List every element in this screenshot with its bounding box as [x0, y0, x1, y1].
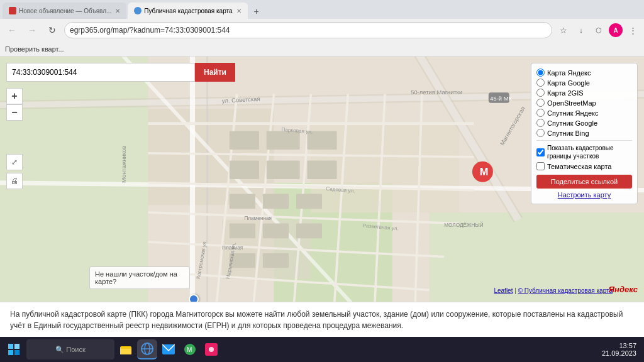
bottom-info: На публичной кадастровой карте (ПКК) гор… — [0, 302, 644, 337]
map-search-button[interactable]: Найти — [195, 63, 235, 82]
layer-google-sat[interactable]: Спутник Google — [536, 119, 632, 127]
windows-logo-icon — [8, 343, 20, 356]
tab-2[interactable]: Публичная кадастровая карта ✕ — [128, 3, 247, 19]
browser-icon — [140, 342, 154, 356]
layer-bing-sat[interactable]: Спутник Bing — [536, 129, 632, 137]
show-cadastral-option[interactable]: Показать кадастровые границы участков — [536, 144, 632, 160]
layer-osm-map[interactable]: OpenStreetMap — [536, 99, 632, 107]
zoom-controls: + − — [6, 88, 23, 121]
map-tooltip: Не нашли участок/дом на карте? — [89, 266, 190, 289]
svg-rect-39 — [263, 253, 289, 268]
leaflet-attribution: Leaflet | © Публичная кадастровая карта — [494, 287, 613, 294]
svg-text:МОЛОДЁЖНЫЙ: МОЛОДЁЖНЫЙ — [444, 222, 484, 229]
toolbar-icons: ☆ ↓ ⬡ A ⋮ — [556, 23, 640, 38]
bookmarks-bar: Проверить кварт... — [0, 41, 644, 57]
svg-text:45-й МК: 45-й МК — [490, 95, 512, 102]
map-search: Найти — [6, 63, 235, 82]
taskbar-maps-icon[interactable]: M — [180, 339, 200, 359]
tab-1-label: Новое объявление — Объявл... — [19, 8, 111, 14]
svg-rect-62 — [120, 348, 131, 354]
show-cadastral-label: Показать кадастровые границы участков — [547, 144, 632, 160]
configure-link[interactable]: Настроить карту — [536, 191, 632, 199]
layer-2gis-map[interactable]: Карта 2GIS — [536, 89, 632, 97]
svg-text:Пламенная: Пламенная — [244, 216, 272, 221]
layer-yandex-sat[interactable]: Спутник Яндекс — [536, 109, 632, 117]
svg-rect-36 — [230, 224, 255, 239]
layer-yandex-map[interactable]: Карта Яндекс — [536, 69, 632, 77]
tab-1-close[interactable]: ✕ — [115, 8, 120, 14]
profile-icon[interactable]: A — [609, 23, 623, 37]
svg-text:Монтажников: Монтажников — [120, 146, 127, 183]
fullscreen-button[interactable]: ⤢ — [6, 154, 23, 170]
svg-rect-35 — [296, 194, 322, 209]
layer-2gis-map-radio[interactable] — [536, 89, 545, 97]
taskbar-photos-icon[interactable] — [201, 339, 221, 359]
tab-1-icon — [9, 7, 16, 14]
start-button[interactable] — [3, 338, 25, 361]
taskbar-time-text: 13:57 — [602, 342, 636, 349]
yandex-watermark: Яндекс — [609, 285, 638, 294]
svg-rect-32 — [307, 161, 336, 179]
download-icon[interactable]: ↓ — [574, 23, 589, 38]
map-search-input[interactable] — [6, 63, 195, 82]
content-wrapper: M ул. Советская Парковая ул. Садовая ул.… — [0, 57, 644, 337]
map-container[interactable]: M ул. Советская Парковая ул. Садовая ул.… — [0, 57, 644, 302]
svg-text:50-летия Магнитки: 50-летия Магнитки — [411, 89, 462, 96]
layers-divider — [536, 140, 632, 141]
taskbar-mail-icon[interactable] — [158, 339, 179, 359]
file-explorer-icon — [119, 343, 133, 356]
taskbar-explorer-icon[interactable] — [116, 339, 136, 359]
browser-chrome: Новое объявление — Объявл... ✕ Публичная… — [0, 0, 644, 57]
layer-yandex-map-radio[interactable] — [536, 69, 545, 77]
tab-2-close[interactable]: ✕ — [236, 8, 242, 14]
tab-1[interactable]: Новое объявление — Объявл... ✕ — [3, 3, 126, 19]
mail-icon — [162, 344, 175, 354]
zoom-out-button[interactable]: − — [6, 104, 23, 121]
svg-rect-28 — [267, 131, 300, 149]
svg-rect-60 — [14, 350, 19, 355]
layer-google-sat-radio[interactable] — [536, 119, 545, 127]
bookmark-1[interactable]: Проверить кварт... — [5, 45, 64, 53]
bottom-text-p1: На публичной кадастровой карте (ПКК) гор… — [10, 309, 634, 331]
show-cadastral-checkbox[interactable] — [536, 148, 545, 156]
layer-bing-sat-radio[interactable] — [536, 129, 545, 137]
layer-yandex-map-label: Карта Яндекс — [547, 69, 591, 77]
extensions-icon[interactable]: ⬡ — [591, 23, 606, 38]
svg-rect-57 — [8, 344, 13, 349]
layer-google-map-radio[interactable] — [536, 79, 545, 87]
forward-button[interactable]: → — [24, 22, 40, 38]
address-bar[interactable]: egrp365.org/map/?kadnum=74:33:0309001:54… — [64, 22, 552, 38]
taskbar-browser-icon[interactable] — [137, 339, 157, 359]
layer-osm-map-radio[interactable] — [536, 99, 545, 107]
layer-yandex-sat-radio[interactable] — [536, 109, 545, 117]
thematic-map-option[interactable]: Тематическая карта — [536, 162, 632, 170]
layer-google-sat-label: Спутник Google — [547, 119, 597, 127]
new-tab-button[interactable]: + — [249, 4, 264, 19]
pkk-link[interactable]: © Публичная кадастровая карта — [518, 287, 613, 294]
tab-2-icon — [134, 7, 142, 14]
taskbar: 🔍 Поиск M — [0, 337, 644, 362]
address-text: egrp365.org/map/?kadnum=74:33:0309001:54… — [70, 26, 547, 35]
zoom-in-button[interactable]: + — [6, 88, 23, 104]
print-button[interactable]: 🖨 — [6, 173, 23, 189]
photos-icon — [205, 343, 218, 356]
svg-rect-59 — [8, 350, 13, 355]
taskbar-search-button[interactable]: 🔍 Поиск — [26, 339, 114, 359]
taskbar-date-text: 21.09.2023 — [602, 349, 636, 357]
thematic-map-label: Тематическая карта — [547, 163, 611, 170]
svg-rect-33 — [230, 194, 255, 209]
taskbar-clock: 13:57 21.09.2023 — [602, 342, 641, 357]
svg-rect-58 — [14, 344, 19, 349]
back-button[interactable]: ← — [4, 22, 20, 38]
share-button[interactable]: Поделиться ссылкой — [536, 175, 632, 189]
menu-icon[interactable]: ⋮ — [625, 23, 640, 38]
svg-point-70 — [209, 347, 214, 352]
leaflet-link[interactable]: Leaflet — [494, 287, 513, 294]
layer-osm-map-label: OpenStreetMap — [547, 99, 596, 107]
layer-google-map[interactable]: Карта Google — [536, 79, 632, 87]
thematic-map-checkbox[interactable] — [536, 162, 545, 170]
svg-rect-31 — [267, 161, 300, 179]
refresh-button[interactable]: ↻ — [44, 22, 60, 38]
svg-text:M: M — [480, 166, 489, 177]
star-icon[interactable]: ☆ — [556, 23, 571, 38]
